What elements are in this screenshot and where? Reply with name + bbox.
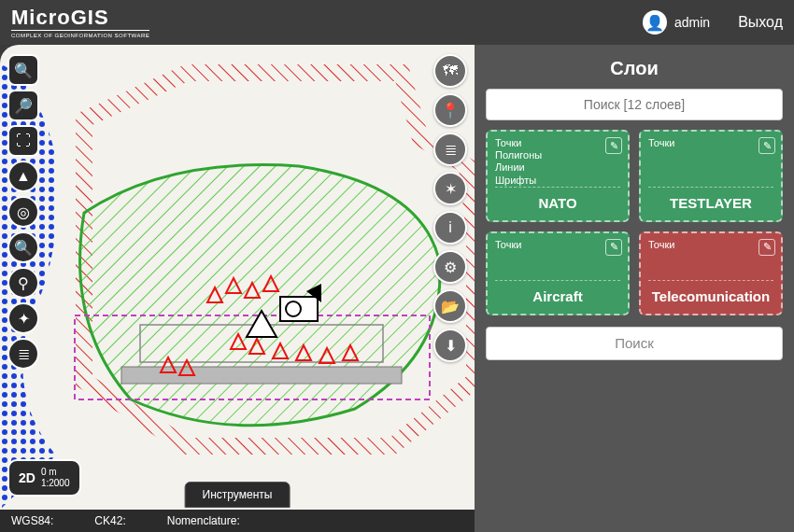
nomen-label: Nomenclature:: [167, 514, 240, 527]
scale-indicator[interactable]: 2D 0 m 1:2000: [7, 459, 81, 497]
effects-icon: ✦: [18, 310, 30, 328]
layer-card-tags: Точки: [495, 239, 620, 251]
wgs84-label: WGS84:: [11, 514, 53, 527]
settings-button[interactable]: ⚙: [433, 250, 467, 284]
view-mode-label: 2D: [19, 470, 35, 485]
layer-card-aircraft[interactable]: ✎ Точки Aircraft: [486, 231, 630, 315]
info-icon: i: [448, 219, 452, 236]
map-svg: [0, 45, 475, 510]
layer-card-title: TESTLAYER: [648, 187, 773, 211]
statusbar: WGS84: CK42: Nomenclature:: [0, 510, 475, 532]
right-toolbar: 🗺 📍 ≣ ✶ i ⚙ 📂 ⬇: [433, 54, 467, 362]
layer-card-title: Telecomunication: [648, 280, 773, 304]
zoom-out-button[interactable]: 🔎: [7, 90, 39, 121]
zoom-out-icon: 🔎: [14, 97, 33, 115]
panel-title: Слои: [486, 58, 783, 79]
layer-cards: ✎ Точки Полигоны Линии Шрифты NATO ✎ Точ…: [486, 130, 783, 315]
layer-card-title: Aircraft: [495, 280, 620, 304]
layer-card-title: NATO: [495, 187, 620, 211]
open-button[interactable]: 📂: [433, 289, 467, 323]
scale-ratio: 1:2000: [41, 478, 70, 489]
map-canvas[interactable]: 🔍 🔎 ⛶ ▲ ◎ 🔍 ⚲ ✦ ≣ 🗺 📍 ≣ ✶ i ⚙ 📂 ⬇: [0, 45, 475, 532]
fit-extent-button[interactable]: ⛶: [7, 125, 39, 157]
gps-button[interactable]: ◎: [7, 196, 39, 228]
pin-button[interactable]: 📍: [433, 93, 467, 127]
edit-icon[interactable]: ✎: [605, 239, 622, 256]
list-button[interactable]: ≣: [7, 338, 39, 370]
locate-button[interactable]: ⚲: [7, 267, 39, 299]
gear-icon: ⚙: [444, 259, 457, 276]
edit-icon[interactable]: ✎: [759, 239, 775, 256]
avatar-icon: 👤: [643, 10, 667, 35]
locate-icon: ⚲: [18, 274, 29, 292]
instruments-toggle[interactable]: Инструменты: [185, 482, 291, 508]
stack-icon: ≣: [445, 141, 457, 159]
north-icon: ▲: [16, 168, 31, 185]
folder-icon: 📂: [441, 298, 460, 315]
search-button[interactable]: Поиск: [486, 327, 783, 360]
search-map-button[interactable]: 🔍: [7, 231, 39, 263]
pin-icon: 📍: [441, 102, 460, 119]
layer-card-telecom[interactable]: ✎ Точки Telecomunication: [639, 231, 783, 315]
gps-icon: ◎: [17, 203, 30, 221]
ck42-label: CK42:: [94, 514, 125, 527]
search-icon: 🔍: [14, 239, 33, 257]
layer-card-testlayer[interactable]: ✎ Точки TESTLAYER: [639, 130, 783, 222]
edit-icon[interactable]: ✎: [759, 137, 775, 154]
layers-button[interactable]: ≣: [433, 133, 467, 166]
user-block[interactable]: 👤 admin: [643, 10, 710, 35]
layer-card-nato[interactable]: ✎ Точки Полигоны Линии Шрифты NATO: [486, 130, 630, 222]
left-toolbar: 🔍 🔎 ⛶ ▲ ◎ 🔍 ⚲ ✦ ≣: [7, 54, 39, 370]
effects-button[interactable]: ✦: [7, 302, 39, 334]
basemap-button[interactable]: 🗺: [433, 54, 467, 88]
scale-distance: 0 m: [41, 467, 70, 478]
layer-card-tags: Точки: [648, 239, 773, 251]
layers-panel: Слои ✎ Точки Полигоны Линии Шрифты NATO …: [475, 45, 794, 532]
satellite-button[interactable]: ✶: [433, 172, 467, 205]
zoom-in-button[interactable]: 🔍: [7, 54, 39, 86]
fit-icon: ⛶: [16, 133, 31, 149]
zoom-in-icon: 🔍: [14, 62, 33, 79]
edit-icon[interactable]: ✎: [605, 137, 622, 154]
north-button[interactable]: ▲: [7, 161, 39, 192]
sat-icon: ✶: [445, 180, 457, 198]
exit-link[interactable]: Выход: [738, 14, 783, 31]
download-icon: ⬇: [445, 337, 457, 355]
info-button[interactable]: i: [433, 211, 467, 245]
layer-card-tags: Точки Полигоны Линии Шрифты: [495, 137, 620, 187]
download-button[interactable]: ⬇: [433, 329, 467, 362]
logo: MicroGIS COMPLEX OF GEOINFORMATION SOFTW…: [11, 7, 149, 38]
layer-search-input[interactable]: [486, 89, 783, 120]
list-icon: ≣: [18, 345, 30, 363]
map-icon: 🗺: [443, 63, 458, 79]
logo-main: MicroGIS: [11, 7, 149, 28]
layer-card-tags: Точки: [648, 137, 773, 149]
svg-rect-4: [121, 367, 402, 384]
logo-sub: COMPLEX OF GEOINFORMATION SOFTWARE: [11, 30, 149, 38]
user-name: admin: [674, 15, 710, 30]
header: MicroGIS COMPLEX OF GEOINFORMATION SOFTW…: [0, 0, 794, 45]
